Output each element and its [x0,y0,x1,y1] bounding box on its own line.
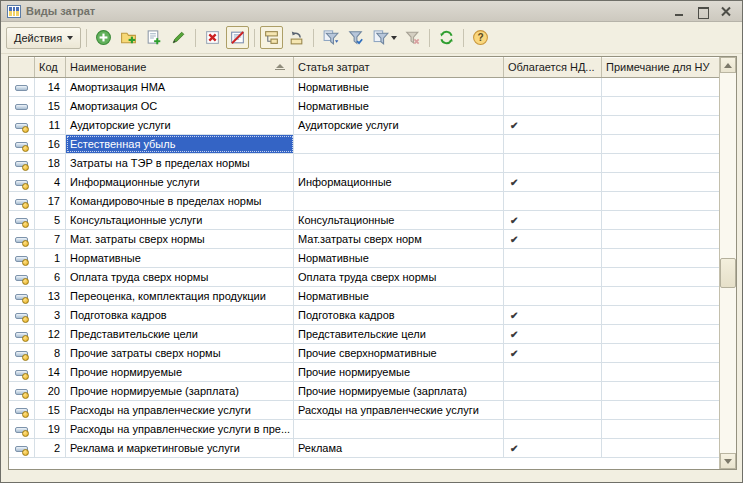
row-code[interactable]: 17 [35,192,66,210]
row-code[interactable]: 18 [35,154,66,172]
row-cost-item[interactable]: Прочие нормируемые [294,363,504,381]
table-row[interactable]: 18 Затраты на ТЭР в пределах нормы [9,154,719,173]
row-note[interactable] [602,287,719,305]
table-row[interactable]: 15 Амортизация ОС Нормативные [9,97,719,116]
row-code[interactable]: 16 [35,135,66,153]
table-row[interactable]: 19 Расходы на управленческие услуги в пр… [9,420,719,439]
row-cost-item[interactable]: Расходы на управленческие услуги [294,401,504,419]
row-name[interactable]: Естественная убыль [66,135,294,153]
scrollbar-thumb[interactable] [720,258,736,288]
row-note[interactable] [602,325,719,343]
row-cost-item[interactable] [294,135,504,153]
table-row[interactable]: 6 Оплата труда сверх нормы Оплата труда … [9,268,719,287]
table-row[interactable]: 2 Реклама и маркетинговые услуги Реклама… [9,439,719,458]
row-cost-item[interactable]: Представительские цели [294,325,504,343]
row-cost-item[interactable]: Нормативные [294,97,504,115]
help-button[interactable]: ? [469,26,492,49]
column-header-code[interactable]: Код [35,57,66,77]
row-vat[interactable]: ✔ [504,344,602,362]
scrollbar-track[interactable] [720,73,736,453]
row-vat[interactable] [504,382,602,400]
table-row[interactable]: 17 Командировочные в пределах нормы [9,192,719,211]
row-note[interactable] [602,192,719,210]
row-note[interactable] [602,344,719,362]
row-note[interactable] [602,211,719,229]
row-icon-cell[interactable] [9,439,35,457]
row-vat[interactable]: ✔ [504,230,602,248]
row-vat[interactable] [504,287,602,305]
row-icon-cell[interactable] [9,249,35,267]
row-vat[interactable] [504,401,602,419]
row-note[interactable] [602,154,719,172]
row-code[interactable]: 7 [35,230,66,248]
row-icon-cell[interactable] [9,420,35,438]
row-icon-cell[interactable] [9,173,35,191]
actions-menu-button[interactable]: Действия [6,27,81,49]
row-code[interactable]: 4 [35,173,66,191]
row-vat[interactable]: ✔ [504,116,602,134]
row-note[interactable] [602,173,719,191]
row-name[interactable]: Затраты на ТЭР в пределах нормы [66,154,294,172]
row-vat[interactable] [504,192,602,210]
row-cost-item[interactable] [294,154,504,172]
row-icon-cell[interactable] [9,135,35,153]
row-vat[interactable]: ✔ [504,325,602,343]
row-cost-item[interactable] [294,192,504,210]
table-row[interactable]: 8 Прочие затраты сверх нормы Прочие свер… [9,344,719,363]
column-header-name[interactable]: Наименование [66,57,294,77]
row-note[interactable] [602,420,719,438]
row-cost-item[interactable]: Прочие сверхнормативные [294,344,504,362]
row-code[interactable]: 2 [35,439,66,457]
copy-button[interactable] [142,26,165,49]
table-row[interactable]: 20 Прочие нормируемые (зарплата) Прочие … [9,382,719,401]
row-code[interactable]: 11 [35,116,66,134]
row-name[interactable]: Расходы на управленческие услуги в пре..… [66,420,294,438]
row-note[interactable] [602,363,719,381]
row-icon-cell[interactable] [9,230,35,248]
row-code[interactable]: 14 [35,78,66,96]
row-name[interactable]: Амортизация ОС [66,97,294,115]
row-code[interactable]: 5 [35,211,66,229]
refresh-button[interactable] [435,26,458,49]
column-header-vat[interactable]: Облагается НД... [504,57,602,77]
row-cost-item[interactable]: Нормативные [294,78,504,96]
row-name[interactable]: Расходы на управленческие услуги [66,401,294,419]
column-header-cost-item[interactable]: Статья затрат [294,57,504,77]
row-icon-cell[interactable] [9,211,35,229]
table-row[interactable]: 13 Переоценка, комплектация продукции Но… [9,287,719,306]
row-cost-item[interactable]: Нормативные [294,249,504,267]
clear-filter-button[interactable] [401,26,424,49]
row-vat[interactable] [504,363,602,381]
row-name[interactable]: Информационные услуги [66,173,294,191]
row-vat[interactable] [504,154,602,172]
add-group-button[interactable] [117,26,140,49]
table-row[interactable]: 11 Аудиторские услуги Аудиторские услуги… [9,116,719,135]
row-icon-cell[interactable] [9,382,35,400]
row-code[interactable]: 6 [35,268,66,286]
table-row[interactable]: 7 Мат. затраты сверх нормы Мат.затраты с… [9,230,719,249]
row-icon-cell[interactable] [9,325,35,343]
table-row[interactable]: 14 Амортизация НМА Нормативные [9,78,719,97]
row-name[interactable]: Прочие нормируемые [66,363,294,381]
row-cost-item[interactable]: Прочие нормируемые (зарплата) [294,382,504,400]
row-name[interactable]: Прочие нормируемые (зарплата) [66,382,294,400]
hierarchy-view-button[interactable] [260,26,283,49]
row-vat[interactable] [504,78,602,96]
row-name[interactable]: Подготовка кадров [66,306,294,324]
filter-by-value-button[interactable] [344,26,367,49]
row-icon-cell[interactable] [9,306,35,324]
row-name[interactable]: Оплата труда сверх нормы [66,268,294,286]
row-icon-cell[interactable] [9,287,35,305]
row-icon-cell[interactable] [9,344,35,362]
row-cost-item[interactable]: Информационные [294,173,504,191]
row-note[interactable] [602,249,719,267]
row-cost-item[interactable]: Оплата труда сверх нормы [294,268,504,286]
row-note[interactable] [602,439,719,457]
row-cost-item[interactable]: Аудиторские услуги [294,116,504,134]
table-row[interactable]: 3 Подготовка кадров Подготовка кадров ✔ [9,306,719,325]
row-icon-cell[interactable] [9,78,35,96]
row-name[interactable]: Мат. затраты сверх нормы [66,230,294,248]
table-row[interactable]: 12 Представительские цели Представительс… [9,325,719,344]
row-code[interactable]: 8 [35,344,66,362]
list-window-icon[interactable] [7,5,21,18]
